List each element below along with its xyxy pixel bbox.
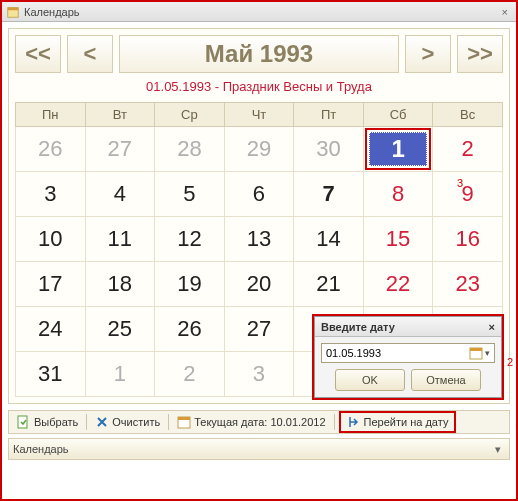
go-to-date-label: Перейти на дату	[364, 416, 449, 428]
date-picker-icon[interactable]	[469, 346, 483, 360]
annotation-marker-3: 3	[457, 177, 463, 189]
tab-calendar[interactable]: Календарь	[13, 443, 69, 455]
window-close-button[interactable]: ×	[498, 6, 512, 18]
day-cell[interactable]: 10	[16, 217, 86, 262]
date-input[interactable]	[324, 347, 469, 359]
day-cell[interactable]: 15	[363, 217, 433, 262]
day-cell[interactable]: 21	[294, 262, 364, 307]
weekday-header: Пт	[294, 103, 364, 127]
app-window: Календарь × << < Май 1993 > >> 01.05.199…	[0, 0, 518, 501]
window-title: Календарь	[24, 6, 80, 18]
day-cell[interactable]: 30	[294, 127, 364, 172]
day-cell[interactable]: 4	[85, 172, 155, 217]
dialog-titlebar: Введите дату ×	[315, 317, 501, 337]
separator	[86, 414, 87, 430]
clear-button[interactable]: Очистить	[91, 413, 164, 431]
day-cell[interactable]: 14	[294, 217, 364, 262]
weekday-header: Вс	[433, 103, 503, 127]
day-cell[interactable]: 8	[363, 172, 433, 217]
day-cell[interactable]: 26	[16, 127, 86, 172]
day-cell[interactable]: 11	[85, 217, 155, 262]
weekday-header: Пн	[16, 103, 86, 127]
clear-icon	[95, 415, 109, 429]
svg-rect-6	[470, 348, 482, 351]
day-cell[interactable]: 25	[85, 307, 155, 352]
weekday-header: Сб	[363, 103, 433, 127]
dialog-ok-button[interactable]: OK	[335, 369, 405, 391]
day-cell[interactable]: 1	[85, 352, 155, 397]
go-to-date-icon	[347, 415, 361, 429]
day-cell[interactable]: 12	[155, 217, 225, 262]
current-date-label: Текущая дата:	[194, 416, 267, 428]
holiday-text: 01.05.1993 - Праздник Весны и Труда	[15, 79, 503, 94]
day-cell[interactable]: 17	[16, 262, 86, 307]
day-cell[interactable]: 26	[155, 307, 225, 352]
date-dropdown-button[interactable]: ▾	[483, 348, 492, 358]
current-date-value: 10.01.2012	[270, 416, 325, 428]
calendar-icon	[177, 415, 191, 429]
weekday-header: Ср	[155, 103, 225, 127]
day-cell[interactable]: 19	[155, 262, 225, 307]
weekday-header: Вт	[85, 103, 155, 127]
day-cell[interactable]: 5	[155, 172, 225, 217]
next-year-button[interactable]: >>	[457, 35, 503, 73]
day-cell[interactable]: 18	[85, 262, 155, 307]
prev-year-button[interactable]: <<	[15, 35, 61, 73]
day-cell[interactable]: 6	[224, 172, 294, 217]
day-cell[interactable]: 22	[363, 262, 433, 307]
day-cell[interactable]: 3	[224, 352, 294, 397]
svg-rect-1	[8, 7, 19, 10]
nav-row: << < Май 1993 > >>	[15, 35, 503, 73]
weekday-header: Чт	[224, 103, 294, 127]
separator	[334, 414, 335, 430]
day-cell[interactable]: 28	[155, 127, 225, 172]
select-button[interactable]: Выбрать	[13, 413, 82, 431]
day-cell[interactable]: 27	[224, 307, 294, 352]
prev-month-button[interactable]: <	[67, 35, 113, 73]
separator	[168, 414, 169, 430]
enter-date-dialog: Введите дату × ▾ OK Отмена 2	[312, 314, 504, 400]
day-cell[interactable]: 13	[224, 217, 294, 262]
day-cell[interactable]: 7	[294, 172, 364, 217]
tab-dropdown-button[interactable]: ▾	[491, 443, 505, 456]
titlebar: Календарь ×	[2, 2, 516, 22]
select-label: Выбрать	[34, 416, 78, 428]
clear-label: Очистить	[112, 416, 160, 428]
dialog-cancel-button[interactable]: Отмена	[411, 369, 481, 391]
app-icon	[6, 5, 20, 19]
next-month-button[interactable]: >	[405, 35, 451, 73]
day-cell[interactable]: 2	[155, 352, 225, 397]
tab-bar: Календарь ▾	[8, 438, 510, 460]
month-year-title[interactable]: Май 1993	[119, 35, 399, 73]
day-cell[interactable]: 20	[224, 262, 294, 307]
date-input-wrapper: ▾	[321, 343, 495, 363]
day-cell[interactable]: 2	[433, 127, 503, 172]
day-cell[interactable]: 23	[433, 262, 503, 307]
day-cell[interactable]: 9	[433, 172, 503, 217]
svg-rect-2	[18, 416, 27, 428]
annotation-marker-2: 2	[507, 356, 513, 368]
day-cell[interactable]: 24	[16, 307, 86, 352]
day-cell[interactable]: 29	[224, 127, 294, 172]
day-cell[interactable]: 31	[16, 352, 86, 397]
dialog-title: Введите дату	[321, 321, 395, 333]
day-cell[interactable]: 16	[433, 217, 503, 262]
svg-rect-4	[178, 417, 190, 420]
toolbar: Выбрать Очистить Текущая дата: 10.01.201…	[8, 410, 510, 434]
select-icon	[17, 415, 31, 429]
day-cell[interactable]: 3	[16, 172, 86, 217]
dialog-close-button[interactable]: ×	[489, 321, 495, 333]
day-cell[interactable]: 27	[85, 127, 155, 172]
day-cell[interactable]: 1	[363, 127, 433, 172]
go-to-date-button[interactable]: Перейти на дату	[343, 413, 453, 431]
go-to-date-highlight: Перейти на дату	[339, 411, 457, 433]
current-date-button[interactable]: Текущая дата: 10.01.2012	[173, 413, 329, 431]
